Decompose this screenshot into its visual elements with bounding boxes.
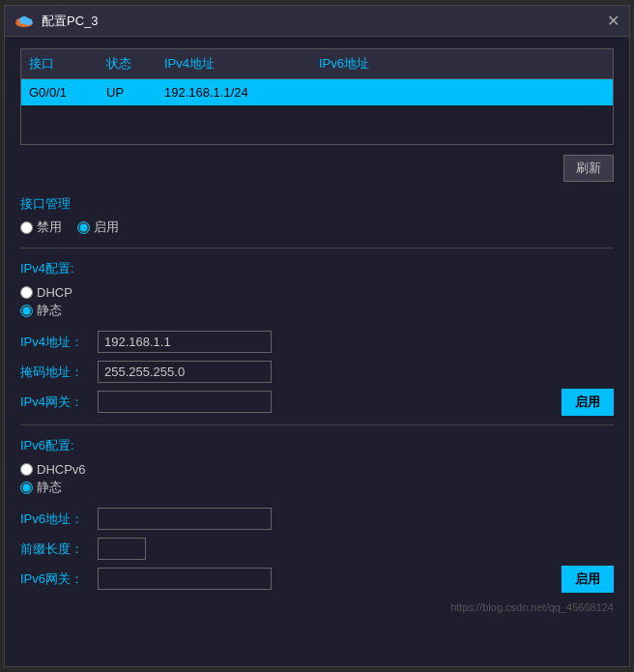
- ipv4-gw-input[interactable]: [98, 391, 272, 413]
- content-area: 接口 状态 IPv4地址 IPv6地址 G0/0/1 UP 192.168.1.…: [5, 37, 629, 666]
- footer-url: https://blog.csdn.net/qq_45668124: [20, 598, 614, 613]
- ipv4-static-radio[interactable]: [20, 305, 33, 317]
- disable-radio-label[interactable]: 禁用: [20, 219, 62, 236]
- interface-mgmt-radios: 禁用 启用: [20, 219, 614, 236]
- ipv4-address-row: IPv4地址：: [20, 331, 614, 353]
- interface-mgmt-section: 接口管理 禁用 启用: [20, 195, 614, 236]
- ipv6-apply-button[interactable]: 启用: [562, 566, 614, 593]
- col-interface: 接口: [29, 55, 106, 73]
- ipv6-address-row: IPv6地址：: [20, 508, 614, 530]
- ipv4-mask-label: 掩码地址：: [20, 364, 98, 381]
- ipv4-address-input[interactable]: [98, 331, 272, 353]
- col-status: 状态: [106, 55, 164, 73]
- divider-2: [20, 424, 614, 425]
- enable-radio-label[interactable]: 启用: [77, 219, 119, 236]
- ipv4-dhcp-radio[interactable]: [20, 286, 33, 299]
- ipv4-address-label: IPv4地址：: [20, 334, 98, 351]
- ipv6-section-title: IPv6配置:: [20, 437, 614, 454]
- refresh-button[interactable]: 刷新: [563, 155, 614, 182]
- ipv6-gw-label: IPv6网关：: [20, 570, 98, 588]
- ipv6-static-label[interactable]: 静态: [20, 479, 62, 496]
- enable-radio[interactable]: [77, 221, 90, 234]
- row-ipv6: [319, 85, 605, 100]
- close-button[interactable]: ✕: [607, 14, 620, 29]
- row-interface: G0/0/1: [29, 85, 106, 100]
- ipv6-address-input[interactable]: [98, 508, 272, 530]
- divider-1: [20, 248, 614, 248]
- interface-table: 接口 状态 IPv4地址 IPv6地址 G0/0/1 UP 192.168.1.…: [20, 48, 614, 145]
- enable-label: 启用: [94, 219, 119, 236]
- ipv6-prefix-input[interactable]: [98, 538, 146, 560]
- ipv6-dhcpv6-text: DHCPv6: [37, 462, 86, 477]
- ipv6-prefix-label: 前缀长度：: [20, 541, 98, 558]
- table-header: 接口 状态 IPv4地址 IPv6地址: [21, 49, 613, 79]
- ipv4-static-group: 静态: [20, 302, 614, 319]
- main-window: 配置PC_3 ✕ 接口 状态 IPv4地址 IPv6地址 G0/0/1 UP 1…: [4, 5, 630, 667]
- ipv6-address-label: IPv6地址：: [20, 511, 98, 528]
- disable-label: 禁用: [37, 219, 62, 236]
- cloud-icon: [14, 15, 34, 28]
- ipv4-mask-input[interactable]: [98, 361, 272, 383]
- ipv4-gw-label: IPv4网关：: [20, 394, 98, 411]
- col-ipv4: IPv4地址: [164, 55, 319, 73]
- disable-radio[interactable]: [20, 221, 33, 234]
- table-row[interactable]: G0/0/1 UP 192.168.1.1/24: [21, 79, 613, 105]
- titlebar-left: 配置PC_3: [14, 13, 99, 30]
- ipv6-static-group: 静态: [20, 479, 614, 496]
- ipv4-dhcp-text: DHCP: [37, 285, 72, 300]
- ipv6-static-text: 静态: [37, 479, 62, 496]
- col-ipv6: IPv6地址: [319, 55, 605, 73]
- ipv6-prefix-row: 前缀长度：: [20, 538, 614, 560]
- ipv4-static-label[interactable]: 静态: [20, 302, 62, 319]
- ipv4-section-title: IPv4配置:: [20, 260, 614, 278]
- svg-point-3: [19, 16, 29, 24]
- row-ipv4: 192.168.1.1/24: [164, 85, 319, 100]
- row-status: UP: [106, 85, 164, 100]
- table-empty-space: [21, 105, 613, 144]
- titlebar: 配置PC_3 ✕: [5, 6, 629, 37]
- ipv4-type-radios: DHCP: [20, 285, 614, 300]
- refresh-row: 刷新: [20, 155, 614, 182]
- ipv4-config-section: IPv4配置: DHCP 静态 IPv4地址： 掩码地址：: [20, 260, 614, 413]
- ipv6-config-section: IPv6配置: DHCPv6 静态 IPv6地址： 前缀长度：: [20, 437, 614, 590]
- ipv6-dhcpv6-group: DHCPv6: [20, 462, 614, 477]
- ipv4-gw-row: IPv4网关： 启用: [20, 391, 614, 413]
- ipv4-apply-button[interactable]: 启用: [562, 389, 614, 416]
- ipv6-gw-row: IPv6网关： 启用: [20, 568, 614, 590]
- ipv6-dhcpv6-radio[interactable]: [20, 463, 33, 476]
- ipv6-gw-input[interactable]: [98, 568, 272, 590]
- ipv6-static-radio[interactable]: [20, 482, 33, 494]
- ipv4-static-text: 静态: [37, 302, 62, 319]
- titlebar-title: 配置PC_3: [42, 13, 99, 30]
- ipv6-dhcpv6-label[interactable]: DHCPv6: [20, 462, 86, 477]
- ipv4-dhcp-label[interactable]: DHCP: [20, 285, 72, 300]
- interface-mgmt-title: 接口管理: [20, 195, 614, 213]
- ipv4-mask-row: 掩码地址：: [20, 361, 614, 383]
